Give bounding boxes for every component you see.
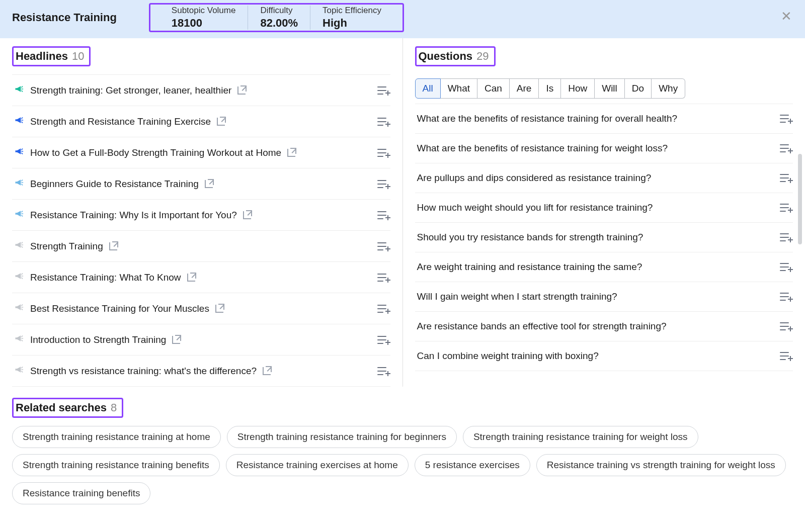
add-to-list-icon[interactable] <box>780 262 791 272</box>
related-search-chip[interactable]: 5 resistance exercises <box>415 454 530 476</box>
question-text[interactable]: What are the benefits of resistance trai… <box>417 113 678 124</box>
headlines-heading: Headlines 10 <box>12 46 91 66</box>
megaphone-icon <box>14 333 24 346</box>
related-search-chip[interactable]: Strength training resistance training at… <box>12 426 221 448</box>
question-filter-tab[interactable]: Will <box>595 78 625 99</box>
question-text[interactable]: Will I gain weight when I start strength… <box>417 291 617 302</box>
add-to-list-icon[interactable] <box>377 148 388 157</box>
add-to-list-icon[interactable] <box>377 242 388 251</box>
add-to-list-icon[interactable] <box>780 233 791 242</box>
question-text[interactable]: Can I combine weight training with boxin… <box>417 350 599 362</box>
metric-label: Difficulty <box>260 6 298 16</box>
headline-text[interactable]: How to Get a Full-Body Strength Training… <box>30 147 281 158</box>
external-link-icon[interactable] <box>217 118 225 126</box>
add-to-list-icon[interactable] <box>377 86 388 95</box>
add-to-list-icon[interactable] <box>780 114 791 123</box>
external-link-icon[interactable] <box>287 149 295 157</box>
metric-topic-efficiency: Topic Efficiency High <box>310 6 393 30</box>
question-filter-tab[interactable]: Is <box>539 78 561 99</box>
question-row: Are resistance bands an effective tool f… <box>415 312 793 341</box>
related-search-chip[interactable]: Resistance training exercises at home <box>226 454 409 476</box>
metric-label: Subtopic Volume <box>172 6 236 16</box>
add-to-list-icon[interactable] <box>780 351 791 361</box>
question-row: What are the benefits of resistance trai… <box>415 104 793 134</box>
external-link-icon[interactable] <box>215 305 223 313</box>
question-filter-tab[interactable]: What <box>441 78 477 99</box>
add-to-list-icon[interactable] <box>377 180 388 189</box>
headline-row: Strength Training <box>12 231 390 262</box>
external-link-icon[interactable] <box>172 336 180 344</box>
add-to-list-icon[interactable] <box>780 144 791 153</box>
header-bar: Resistance Training Subtopic Volume 1810… <box>0 0 805 38</box>
question-text[interactable]: Are pullups and dips considered as resis… <box>417 172 652 184</box>
question-text[interactable]: Should you try resistance bands for stre… <box>417 232 643 243</box>
megaphone-icon <box>14 84 24 97</box>
metrics-group: Subtopic Volume 18100 Difficulty 82.00% … <box>149 3 404 32</box>
headline-text[interactable]: Resistance Training: What To Know <box>30 272 181 283</box>
add-to-list-icon[interactable] <box>780 322 791 331</box>
external-link-icon[interactable] <box>243 211 251 219</box>
section-count: 29 <box>476 50 489 63</box>
megaphone-icon <box>14 365 24 377</box>
scrollbar-thumb[interactable] <box>798 154 802 244</box>
related-search-chip[interactable]: Resistance training benefits <box>12 482 150 504</box>
metric-value: 82.00% <box>260 17 298 30</box>
headline-text[interactable]: Beginners Guide to Resistance Training <box>30 179 199 190</box>
question-text[interactable]: Are weight training and resistance train… <box>417 261 642 273</box>
headlines-list: Strength training: Get stronger, leaner,… <box>12 74 390 387</box>
related-search-chip[interactable]: Strength training resistance training be… <box>12 454 220 476</box>
section-count: 8 <box>111 401 117 414</box>
add-to-list-icon[interactable] <box>377 304 388 313</box>
related-search-chip[interactable]: Resistance training vs strength training… <box>536 454 786 476</box>
headline-row: Resistance Training: Why Is it Important… <box>12 200 390 231</box>
headline-row: Resistance Training: What To Know <box>12 262 390 293</box>
megaphone-icon <box>14 302 24 315</box>
external-link-icon[interactable] <box>187 274 195 282</box>
megaphone-icon <box>14 178 24 190</box>
question-filter-tab[interactable]: All <box>415 78 441 99</box>
add-to-list-icon[interactable] <box>377 367 388 376</box>
add-to-list-icon[interactable] <box>780 203 791 212</box>
add-to-list-icon[interactable] <box>377 335 388 344</box>
headline-text[interactable]: Strength and Resistance Training Exercis… <box>30 116 211 127</box>
headline-row: Best Resistance Training for Your Muscle… <box>12 293 390 324</box>
related-chip-list: Strength training resistance training at… <box>12 426 793 504</box>
question-filter-tab[interactable]: Why <box>652 78 685 99</box>
headline-row: Introduction to Strength Training <box>12 324 390 356</box>
headline-text[interactable]: Strength training: Get stronger, leaner,… <box>30 85 231 96</box>
headline-text[interactable]: Introduction to Strength Training <box>30 334 166 345</box>
question-text[interactable]: What are the benefits of resistance trai… <box>417 143 668 154</box>
metric-subtopic-volume: Subtopic Volume 18100 <box>159 6 249 30</box>
add-to-list-icon[interactable] <box>780 292 791 301</box>
add-to-list-icon[interactable] <box>780 173 791 183</box>
question-filter-tab[interactable]: Can <box>477 78 510 99</box>
question-filter-tabs: AllWhatCanAreIsHowWillDoWhy <box>415 78 793 99</box>
external-link-icon[interactable] <box>263 367 271 375</box>
related-search-chip[interactable]: Strength training resistance training fo… <box>227 426 457 448</box>
headline-text[interactable]: Best Resistance Training for Your Muscle… <box>30 303 209 314</box>
question-filter-tab[interactable]: Are <box>510 78 539 99</box>
add-to-list-icon[interactable] <box>377 117 388 126</box>
headline-text[interactable]: Strength Training <box>30 241 103 252</box>
megaphone-icon <box>14 271 24 284</box>
questions-list: What are the benefits of resistance trai… <box>415 104 793 371</box>
headline-text[interactable]: Resistance Training: Why Is it Important… <box>30 210 237 221</box>
add-to-list-icon[interactable] <box>377 273 388 282</box>
external-link-icon[interactable] <box>109 242 117 250</box>
metric-value: High <box>323 17 381 30</box>
related-search-chip[interactable]: Strength training resistance training fo… <box>463 426 698 448</box>
question-filter-tab[interactable]: How <box>561 78 595 99</box>
question-text[interactable]: Are resistance bands an effective tool f… <box>417 321 667 332</box>
headline-text[interactable]: Strength vs resistance training: what's … <box>30 366 257 377</box>
question-filter-tab[interactable]: Do <box>625 78 652 99</box>
add-to-list-icon[interactable] <box>377 211 388 220</box>
question-row: Will I gain weight when I start strength… <box>415 282 793 312</box>
megaphone-icon <box>14 240 24 252</box>
external-link-icon[interactable] <box>237 86 246 95</box>
headline-row: Strength vs resistance training: what's … <box>12 356 390 387</box>
question-row: Should you try resistance bands for stre… <box>415 223 793 252</box>
question-text[interactable]: How much weight should you lift for resi… <box>417 202 653 213</box>
external-link-icon[interactable] <box>205 180 213 188</box>
question-row: Can I combine weight training with boxin… <box>415 341 793 371</box>
section-count: 10 <box>72 50 84 63</box>
